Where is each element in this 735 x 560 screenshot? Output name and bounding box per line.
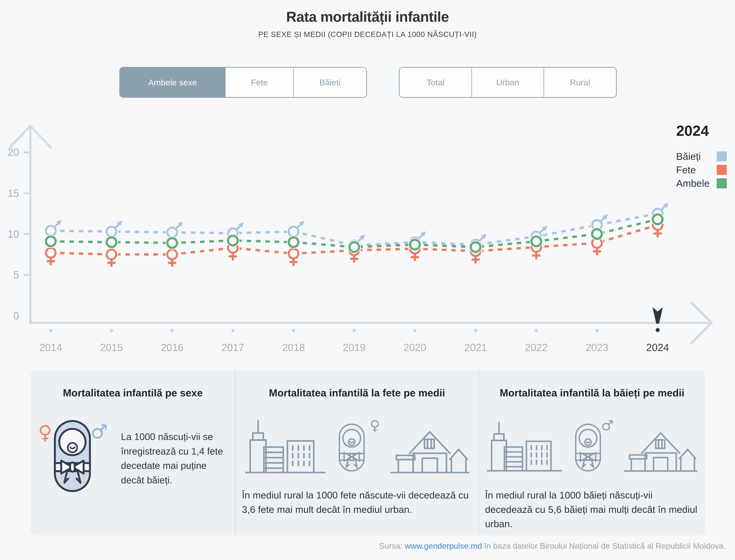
- legend-item-fete: Fete: [676, 163, 727, 177]
- legend-item-baieti: Băieți: [676, 150, 727, 163]
- y-tick: [24, 152, 29, 153]
- marker-female-2015[interactable]: [105, 248, 118, 266]
- male-symbol-icon: ♂: [90, 422, 108, 441]
- legend-year: 2024: [676, 122, 727, 139]
- marker-circle-2022[interactable]: [530, 235, 543, 248]
- card-text: În mediul rural la 1000 fete născute-vii…: [242, 488, 472, 517]
- year-dot[interactable]: [595, 329, 599, 332]
- female-symbol-icon: ♀: [38, 423, 52, 442]
- summary-cards-section: Mortalitatea infantilă pe sexe ♀ ♂: [30, 370, 705, 535]
- source-link[interactable]: www.genderpulse.md: [405, 541, 482, 550]
- y-tick-label: 20: [8, 147, 19, 158]
- city-icon: [243, 416, 327, 476]
- year-dot[interactable]: [170, 329, 174, 332]
- baby-icon: [53, 419, 92, 493]
- marker-circle-2017[interactable]: [226, 234, 239, 247]
- y-tick-label: 10: [8, 228, 19, 240]
- card-title: Mortalitatea infantilă la băieți pe medi…: [485, 387, 699, 399]
- card-text: În mediul rural la 1000 băieți născuți-v…: [485, 488, 699, 531]
- ambele-color-swatch: [717, 178, 727, 188]
- chart-legend: 2024 Băieți Fete Ambele: [676, 122, 727, 190]
- card-boys-by-medium: Mortalitatea infantilă la băieți pe medi…: [478, 370, 705, 535]
- year-dot[interactable]: [352, 329, 356, 332]
- house-icon: [622, 422, 699, 476]
- marker-circle-2023[interactable]: [590, 227, 604, 241]
- x-tick-label[interactable]: 2017: [221, 342, 244, 353]
- y-tick: [24, 192, 29, 194]
- marker-male-2015[interactable]: [105, 221, 122, 238]
- baby-with-sex-symbols-illustration: ♀ ♂: [37, 419, 121, 503]
- source-label: Sursa:: [379, 541, 403, 550]
- male-symbol-icon: ♂: [601, 418, 614, 432]
- card-text: La 1000 născuți-vii se înregistrează cu …: [121, 419, 225, 503]
- source-rest: în baza datelor Biroului Național de Sta…: [484, 541, 726, 550]
- house-icon: [389, 422, 471, 476]
- marker-circle-2020[interactable]: [408, 238, 422, 251]
- year-dot[interactable]: [474, 329, 477, 332]
- card-title: Mortalitatea infantilă la fete pe medii: [242, 387, 472, 399]
- marker-circle-2018[interactable]: [287, 236, 300, 249]
- year-slider-dot: [656, 328, 660, 332]
- x-tick-label[interactable]: 2020: [404, 342, 426, 353]
- x-tick-label[interactable]: 2022: [525, 342, 548, 353]
- x-tick-label[interactable]: 2021: [464, 342, 487, 353]
- year-dot[interactable]: [413, 329, 417, 332]
- x-tick-label[interactable]: 2019: [343, 342, 366, 353]
- marker-circle-2024[interactable]: [651, 213, 664, 226]
- year-dot[interactable]: [110, 329, 113, 332]
- card-mortality-by-sex: Mortalitatea infantilă pe sexe ♀ ♂: [30, 370, 235, 535]
- y-tick: [24, 233, 29, 235]
- year-dot[interactable]: [535, 329, 538, 332]
- marker-circle-2021[interactable]: [469, 240, 482, 254]
- marker-male-2016[interactable]: [165, 222, 183, 239]
- baieti-color-swatch: [717, 151, 727, 161]
- y-tick-label: 0: [13, 310, 19, 321]
- marker-male-2018[interactable]: [287, 221, 304, 238]
- x-tick-label-current[interactable]: 2024: [646, 342, 669, 353]
- year-dot[interactable]: [292, 329, 295, 332]
- year-slider-cursor-icon[interactable]: [652, 307, 663, 324]
- marker-female-2014[interactable]: [44, 246, 57, 264]
- legend-item-ambele: Ambele: [676, 177, 727, 190]
- city-icon: [485, 416, 564, 476]
- x-tick-label[interactable]: 2014: [39, 342, 62, 353]
- year-dot[interactable]: [231, 329, 234, 332]
- marker-circle-2016[interactable]: [165, 236, 179, 250]
- marker-circle-2014[interactable]: [44, 235, 57, 248]
- x-tick-label[interactable]: 2016: [161, 342, 183, 353]
- infographic-root: Rata mortalității infantile PE SEXE ȘI M…: [0, 0, 735, 560]
- y-tick-label: 5: [13, 269, 19, 281]
- marker-male-2014[interactable]: [44, 220, 62, 237]
- marker-female-2016[interactable]: [165, 248, 179, 266]
- baby-icon: [337, 421, 366, 474]
- x-tick-label[interactable]: 2015: [100, 342, 123, 353]
- y-tick-label: 15: [8, 187, 19, 199]
- legend-label: Ambele: [676, 178, 710, 189]
- mortality-line-chart: 0510152020142015201620172018201920202021…: [0, 0, 735, 368]
- fete-color-swatch: [717, 165, 727, 175]
- baby-icon: [574, 421, 602, 474]
- marker-female-2018[interactable]: [287, 247, 300, 265]
- year-dot[interactable]: [49, 329, 52, 332]
- legend-label: Fete: [676, 164, 696, 176]
- y-tick: [24, 274, 29, 276]
- female-symbol-icon: ♀: [370, 418, 380, 432]
- x-tick-label[interactable]: 2018: [282, 342, 305, 353]
- marker-circle-2019[interactable]: [347, 240, 361, 254]
- card-title: Mortalitatea infantilă pe sexe: [37, 387, 229, 399]
- card-girls-by-medium: Mortalitatea infantilă la fete pe medii …: [235, 370, 478, 535]
- legend-label: Băieți: [676, 151, 701, 162]
- marker-circle-2015[interactable]: [105, 236, 118, 249]
- source-note: Sursa: www.genderpulse.md în baza datelo…: [379, 541, 726, 551]
- x-tick-label[interactable]: 2023: [586, 342, 608, 353]
